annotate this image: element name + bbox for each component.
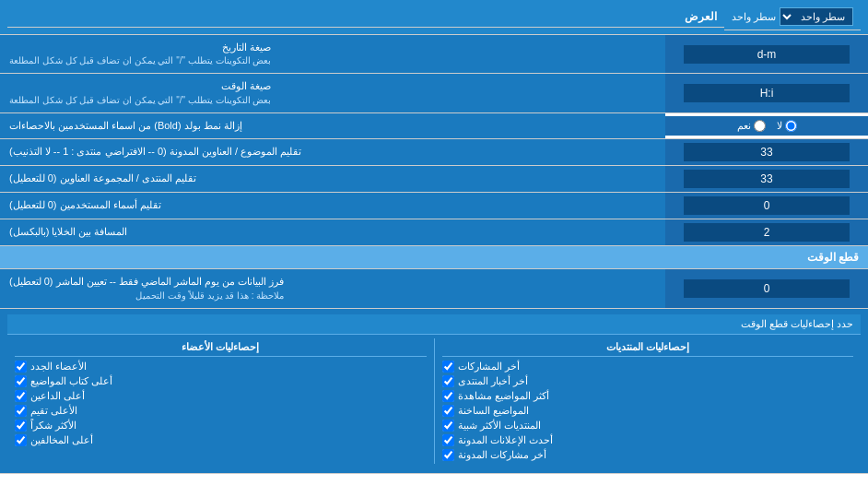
bold-no-label[interactable]: لا <box>777 120 797 132</box>
col1-check-3[interactable] <box>442 405 454 417</box>
forum-groups-input-wrap <box>665 166 868 192</box>
forum-groups-label: تقليم المنتدى / المجموعة العناوين (0 للت… <box>0 166 665 192</box>
gap-row: المسافة بين الخلايا (بالبكسل) <box>0 219 868 246</box>
date-format-row: صيغة التاريخ بعض التكوينات يتطلب "/" الت… <box>0 35 868 74</box>
list-item: أحدث الإعلانات المدونة <box>442 434 854 446</box>
list-item: الأعلى تقيم <box>15 405 427 417</box>
col2-check-0[interactable] <box>15 361 27 373</box>
usernames-label: تقليم أسماء المستخدمين (0 للتعطيل) <box>0 193 665 219</box>
col1-check-4[interactable] <box>442 420 454 432</box>
list-item: المنتديات الأكثر شبية <box>442 420 854 432</box>
col2: إحصاءليات الأعضاء الأعضاء الجدد أعلى كتا… <box>7 335 434 467</box>
list-item: الأعضاء الجدد <box>15 361 427 373</box>
date-format-label: صيغة التاريخ بعض التكوينات يتطلب "/" الت… <box>0 35 665 73</box>
col1-header: إحصاءليات المنتديات <box>442 338 854 357</box>
time-format-row: صيغة الوقت بعض التكوينات يتطلب "/" التي … <box>0 74 868 112</box>
dropdown-wrap[interactable]: سطر واحدسطرينثلاثة أسطر سطر واحد <box>724 4 861 30</box>
col1-check-1[interactable] <box>442 375 454 387</box>
time-format-input[interactable] <box>684 84 850 102</box>
date-format-input[interactable] <box>684 45 850 64</box>
date-format-input-wrap <box>665 35 868 73</box>
header-row: سطر واحدسطرينثلاثة أسطر سطر واحد العرض <box>0 0 868 35</box>
gap-input[interactable] <box>684 223 850 242</box>
col2-header: إحصاءليات الأعضاء <box>15 338 427 357</box>
gap-input-wrap <box>665 219 868 245</box>
list-item: أخر مشاركات المدونة <box>442 449 854 461</box>
cutoff-input-wrap <box>665 269 868 307</box>
topics-title-label: تقليم الموضوع / العناوين المدونة (0 -- ا… <box>0 139 665 165</box>
col1-check-2[interactable] <box>442 390 454 402</box>
bold-yes-radio[interactable] <box>754 120 766 132</box>
bold-row: لا نعم إزالة نمط بولد (Bold) من اسماء ال… <box>0 113 868 139</box>
col2-check-5[interactable] <box>15 434 27 446</box>
list-item: الأكثر شكراً <box>15 420 427 432</box>
bold-radio-options: لا نعم <box>665 116 868 136</box>
main-container: سطر واحدسطرينثلاثة أسطر سطر واحد العرض ص… <box>0 0 868 474</box>
list-item: أخر أخبار المنتدى <box>442 375 854 387</box>
stats-header: حدد إحصاءليات قطع الوقت <box>7 314 861 335</box>
bold-no-radio[interactable] <box>785 120 797 132</box>
bold-label: إزالة نمط بولد (Bold) من اسماء المستخدمي… <box>0 113 665 138</box>
list-item: أكثر المواضيع مشاهدة <box>442 390 854 402</box>
checkboxes-grid: إحصاءليات المنتديات أخر المشاركات أخر أخ… <box>7 335 861 467</box>
list-item: أعلى الداعين <box>15 390 427 402</box>
list-item: أعلى المخالفين <box>15 434 427 446</box>
col1-check-5[interactable] <box>442 434 454 446</box>
usernames-input-wrap <box>665 193 868 219</box>
forum-groups-input[interactable] <box>684 170 850 188</box>
col1-check-0[interactable] <box>442 361 454 373</box>
checkboxes-section: حدد إحصاءليات قطع الوقت إحصاءليات المنتد… <box>0 309 868 474</box>
usernames-row: تقليم أسماء المستخدمين (0 للتعطيل) <box>0 193 868 219</box>
topics-title-input[interactable] <box>684 143 850 161</box>
page-title: العرض <box>7 6 724 28</box>
bold-yes-label[interactable]: نعم <box>737 120 766 132</box>
col2-check-2[interactable] <box>15 390 27 402</box>
time-format-label: صيغة الوقت بعض التكوينات يتطلب "/" التي … <box>0 74 665 112</box>
time-format-input-wrap <box>665 74 868 112</box>
cutoff-input[interactable] <box>684 279 850 298</box>
cutoff-row: فرز البيانات من يوم الماشر الماضي فقط --… <box>0 269 868 308</box>
list-item: أعلى كتاب المواضيع <box>15 375 427 387</box>
gap-label: المسافة بين الخلايا (بالبكسل) <box>0 219 665 245</box>
topics-title-row: تقليم الموضوع / العناوين المدونة (0 -- ا… <box>0 139 868 166</box>
col2-check-1[interactable] <box>15 375 27 387</box>
cutoff-label: فرز البيانات من يوم الماشر الماضي فقط --… <box>0 269 665 307</box>
display-select[interactable]: سطر واحدسطرينثلاثة أسطر <box>780 7 853 26</box>
section-header: قطع الوقت <box>0 246 868 269</box>
col2-check-3[interactable] <box>15 405 27 417</box>
list-item: أخر المشاركات <box>442 361 854 373</box>
col1: إحصاءليات المنتديات أخر المشاركات أخر أخ… <box>435 335 862 467</box>
dropdown-label: سطر واحد <box>732 11 776 23</box>
usernames-input[interactable] <box>684 196 850 215</box>
topics-title-input-wrap <box>665 139 868 165</box>
forum-groups-row: تقليم المنتدى / المجموعة العناوين (0 للت… <box>0 166 868 193</box>
col-divider <box>434 338 435 464</box>
col2-check-4[interactable] <box>15 420 27 432</box>
col1-check-6[interactable] <box>442 449 454 461</box>
list-item: المواضيع الساخنة <box>442 405 854 417</box>
